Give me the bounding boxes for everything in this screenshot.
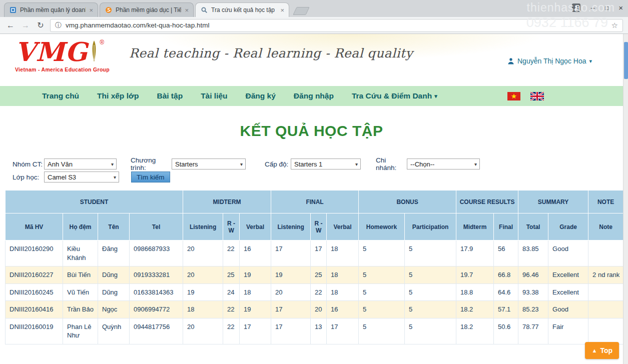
- table-cell: 50.6: [494, 318, 518, 344]
- vietnam-flag-icon[interactable]: [507, 92, 520, 100]
- uk-flag-icon[interactable]: [530, 92, 544, 100]
- lop-hoc-label: Lớp học:: [13, 174, 44, 181]
- search-button[interactable]: Tìm kiếm: [131, 172, 170, 182]
- table-cell: 22: [223, 301, 240, 318]
- table-cell: 5: [405, 318, 456, 344]
- table-cell: 25: [311, 266, 327, 284]
- nav-item-label: Tài liệu: [201, 92, 227, 100]
- nhom-ct-label: Nhóm CT:: [13, 160, 44, 168]
- table-cell: DNIII20160416: [6, 301, 63, 318]
- table-cell: Excellent: [548, 284, 588, 301]
- table-cell: 5: [359, 240, 405, 266]
- select-value: Starters: [175, 160, 198, 168]
- nhom-ct-select[interactable]: Anh Văn▾: [44, 158, 117, 170]
- vmg-logo[interactable]: VMG ® Vietnam - America Education Group: [15, 38, 110, 72]
- column-header: Final: [494, 214, 518, 240]
- nav-item-dang-ky[interactable]: Đăng ký: [246, 92, 276, 100]
- table-cell: 2 nd rank: [588, 266, 623, 284]
- browser-chrome: Phần mềm quản lý doanh × Phần mềm giáo d…: [0, 0, 628, 34]
- chi-nhanh-select[interactable]: --Chọn--▾: [407, 158, 480, 170]
- group-header: BONUS: [359, 190, 456, 214]
- tab-giao-duc[interactable]: Phần mềm giáo dục | Tiế ×: [100, 2, 194, 17]
- logo-subtitle: Vietnam - America Education Group: [15, 66, 110, 72]
- select-value: Camel S3: [48, 174, 76, 181]
- nav-item-label: Bài tập: [157, 92, 183, 100]
- page-info-icon[interactable]: ⓘ: [55, 21, 62, 30]
- nav-item-tra-cuu-diem-danh[interactable]: Tra Cứu & Điểm Danh▾: [352, 92, 437, 100]
- nav-item-label: Đăng nhập: [294, 92, 334, 100]
- nav-item-thi-xep-lop[interactable]: Thi xếp lớp: [97, 92, 139, 100]
- cap-do-select[interactable]: Starters 1▾: [291, 158, 361, 170]
- address-bar[interactable]: ⓘ vmg.phanmemdaotao.com/ket-qua-hoc-tap.…: [50, 19, 623, 32]
- site-header: VMG ® Vietnam - America Education Group …: [0, 34, 623, 86]
- main-nav: Trang chủ Thi xếp lớp Bài tập Tài liệu Đ…: [0, 86, 623, 106]
- table-cell: 25: [223, 266, 240, 284]
- chuong-trinh-select[interactable]: Starters▾: [172, 158, 246, 170]
- close-button[interactable]: ×: [618, 4, 623, 12]
- table-cell: Ngọc: [98, 301, 130, 318]
- up-arrow-icon: ▲: [591, 348, 597, 354]
- select-arrow-icon: ▾: [355, 162, 358, 167]
- table-cell: Dũng: [98, 284, 130, 301]
- bookmark-star-icon[interactable]: ☆: [611, 21, 618, 30]
- browser-profile-button[interactable]: [572, 4, 580, 12]
- table-cell: Vũ Tiến: [63, 284, 98, 301]
- pen-icon: [89, 40, 100, 64]
- select-value: Starters 1: [294, 160, 322, 168]
- refresh-button[interactable]: ↻: [35, 20, 46, 30]
- table-cell: Fair: [548, 318, 588, 344]
- tab-close-icon[interactable]: ×: [185, 7, 189, 14]
- filters: Nhóm CT: Anh Văn▾ Chương trình: Starters…: [0, 158, 623, 183]
- user-icon: [507, 58, 514, 64]
- tab-close-icon[interactable]: ×: [280, 7, 284, 14]
- table-row: DNIII20160416Trần BảoNgọc090699477218221…: [6, 301, 623, 318]
- scroll-to-top-button[interactable]: ▲ Top: [585, 342, 619, 359]
- table-cell: 20: [183, 318, 223, 344]
- table-cell: 18: [240, 284, 271, 301]
- registered-mark: ®: [100, 39, 104, 46]
- table-cell: 17: [271, 301, 311, 318]
- page-scrollbar: [623, 34, 628, 364]
- table-cell: 5: [405, 284, 456, 301]
- tab-close-icon[interactable]: ×: [89, 7, 93, 14]
- select-value: --Chọn--: [410, 160, 434, 168]
- column-header: Listening: [183, 214, 223, 240]
- nav-item-trang-chu[interactable]: Trang chủ: [42, 92, 79, 100]
- results-table: STUDENTMIDTERMFINALBONUSCOURSE RESULTSSU…: [5, 190, 623, 344]
- nav-item-dang-nhap[interactable]: Đăng nhập: [294, 92, 334, 100]
- group-header: STUDENT: [6, 190, 183, 214]
- table-group-row: STUDENTMIDTERMFINALBONUSCOURSE RESULTSSU…: [6, 190, 623, 214]
- table-cell: 20: [183, 240, 223, 266]
- table-cell: 17: [311, 240, 327, 266]
- table-cell: 0906994772: [130, 301, 183, 318]
- table-cell: Trần Bảo: [63, 301, 98, 318]
- group-header: NOTE: [588, 190, 623, 214]
- maximize-button[interactable]: □: [605, 4, 608, 12]
- new-tab-button[interactable]: [293, 7, 309, 15]
- caret-down-icon: ▾: [589, 58, 592, 64]
- nav-item-bai-tap[interactable]: Bài tập: [157, 92, 183, 100]
- table-cell: 19: [240, 266, 271, 284]
- table-cell: 17.9: [456, 240, 494, 266]
- nav-item-label: Thi xếp lớp: [97, 92, 139, 100]
- lop-hoc-select[interactable]: Camel S3▾: [44, 172, 119, 182]
- nav-item-tai-lieu[interactable]: Tài liệu: [201, 92, 227, 100]
- group-header: MIDTERM: [183, 190, 271, 214]
- table-cell: Đăng: [98, 240, 130, 266]
- tab-tra-cuu-ket-qua[interactable]: Tra cứu kết quả học tập ×: [195, 2, 289, 17]
- minimize-button[interactable]: ─: [590, 4, 595, 12]
- column-header: Homework: [359, 214, 405, 240]
- user-menu[interactable]: Nguyễn Thị Ngọc Hoa ▾: [507, 57, 592, 65]
- tab-quan-ly-doanh[interactable]: Phần mềm quản lý doanh ×: [4, 2, 98, 17]
- table-cell: 20: [271, 284, 311, 301]
- nav-item-label: Đăng ký: [246, 92, 276, 100]
- back-button[interactable]: ←: [5, 21, 16, 30]
- column-header: Midterm: [456, 214, 494, 240]
- table-cell: [588, 318, 623, 344]
- select-arrow-icon: ▾: [111, 162, 114, 167]
- table-cell: 19: [240, 301, 271, 318]
- table-cell: DNIII20160227: [6, 266, 63, 284]
- table-cell: 22: [223, 318, 240, 344]
- scrollbar-thumb[interactable]: [624, 42, 628, 79]
- forward-button[interactable]: →: [20, 21, 31, 30]
